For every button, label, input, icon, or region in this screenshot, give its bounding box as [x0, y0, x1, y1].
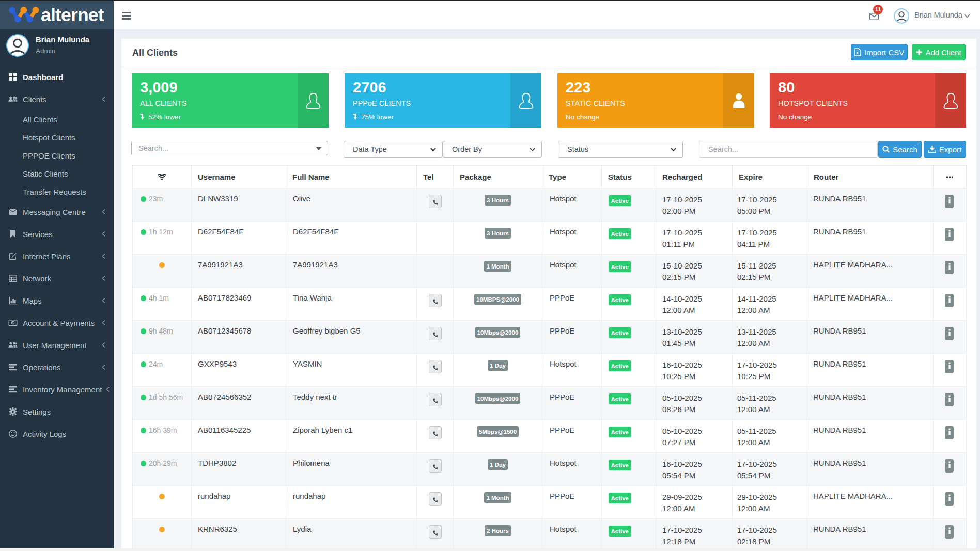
svg-text:alternet: alternet	[41, 5, 104, 25]
svg-text:x: x	[856, 50, 859, 55]
